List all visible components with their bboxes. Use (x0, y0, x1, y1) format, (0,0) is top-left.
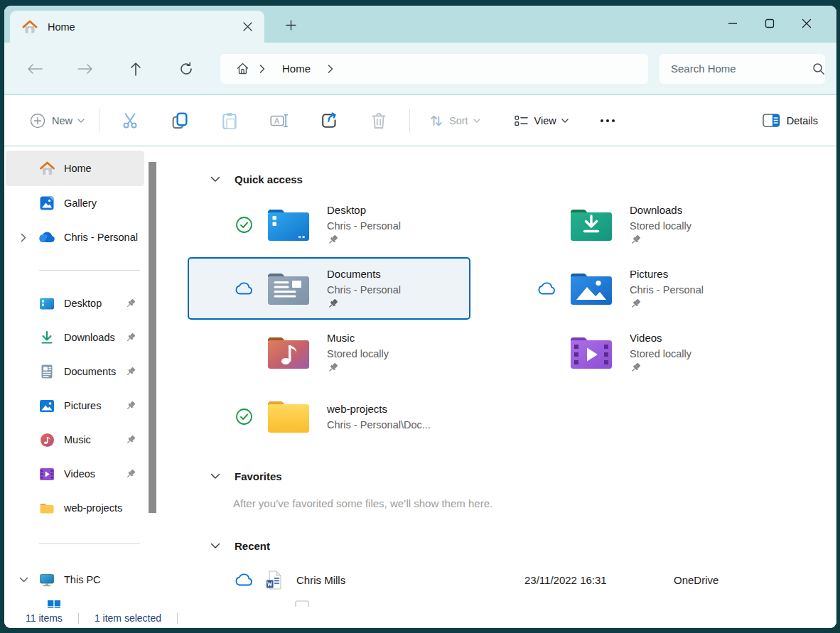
sidebar-scrollbar[interactable] (146, 146, 159, 608)
breadcrumb-home-icon[interactable] (232, 58, 254, 80)
recent-file-row-partial (294, 600, 836, 607)
tile-subtitle: Stored locally (630, 218, 691, 234)
videos-folder-icon (569, 334, 614, 371)
new-button-label: New (52, 115, 72, 126)
tile-subtitle: Stored locally (327, 346, 389, 362)
new-tab-button[interactable] (279, 13, 303, 37)
sidebar-divider (39, 270, 140, 271)
toolbar-divider (409, 109, 410, 133)
scrollbar-thumb[interactable] (149, 162, 156, 513)
status-divider (78, 613, 79, 624)
breadcrumb: Home (220, 54, 648, 84)
pin-icon (327, 298, 401, 311)
back-arrow-icon[interactable] (18, 55, 51, 83)
rename-button[interactable]: A (254, 107, 304, 135)
sidebar-item-label: Downloads (64, 332, 125, 343)
paste-button[interactable] (205, 107, 254, 135)
forward-arrow-icon[interactable] (69, 55, 102, 83)
sidebar-item-gallery[interactable]: Gallery (6, 186, 144, 220)
tile-name: web-projects (327, 401, 431, 417)
view-button-label: View (534, 115, 556, 126)
pin-icon (630, 362, 691, 375)
maximize-icon[interactable] (751, 11, 788, 36)
tile-subtitle: Chris - Personal (327, 218, 401, 234)
pin-icon (327, 362, 389, 375)
sort-button-label: Sort (449, 115, 468, 126)
tab-close-icon[interactable] (237, 17, 257, 37)
copy-button[interactable] (155, 107, 205, 135)
status-item-count: 11 items (26, 612, 63, 624)
navigation-pane: Home Gallery Chris - Personal (4, 146, 146, 608)
sidebar-item-this-pc[interactable]: This PC (6, 563, 144, 597)
sidebar-item-pictures[interactable]: Pictures (6, 389, 144, 423)
chevron-down-icon[interactable] (210, 473, 220, 480)
sort-button[interactable]: Sort (421, 107, 489, 135)
tile-name: Documents (327, 266, 401, 282)
breadcrumb-crumb-home[interactable]: Home (271, 58, 322, 80)
sidebar-item-web-projects[interactable]: web-projects (6, 491, 144, 525)
synced-status-icon (235, 408, 253, 426)
status-divider (177, 613, 178, 624)
tile-name: Videos (630, 330, 691, 346)
section-quick-access-header: Quick access (188, 171, 836, 188)
sidebar-item-onedrive[interactable]: Chris - Personal (6, 220, 144, 254)
share-button[interactable] (304, 107, 354, 135)
pin-icon (125, 435, 136, 445)
chevron-down-icon[interactable] (210, 176, 220, 183)
search-icon[interactable] (812, 63, 825, 75)
pin-icon (125, 401, 136, 411)
quickaccess-tile-pictures[interactable]: Pictures Chris - Personal (490, 257, 773, 320)
quickaccess-tile-desktop[interactable]: Desktop Chris - Personal (188, 193, 470, 256)
chevron-down-icon[interactable] (210, 543, 220, 549)
chevron-right-icon[interactable] (322, 65, 339, 73)
pin-icon (630, 298, 704, 311)
quick-access-grid: Desktop Chris - Personal Downloads (188, 193, 836, 448)
synced-status-icon (235, 216, 253, 234)
home-icon (38, 160, 55, 177)
sidebar-item-partial[interactable] (47, 597, 146, 608)
refresh-icon[interactable] (170, 55, 203, 83)
quickaccess-tile-videos[interactable]: Videos Stored locally (490, 321, 773, 384)
chevron-right-icon[interactable] (14, 233, 33, 242)
cut-button[interactable] (105, 107, 155, 135)
pin-icon (125, 367, 136, 377)
up-arrow-icon[interactable] (119, 55, 152, 83)
file-explorer-window: Home (4, 6, 836, 628)
more-options-button[interactable] (591, 107, 624, 135)
sidebar-item-label: Pictures (64, 400, 125, 411)
chevron-down-icon[interactable] (14, 577, 33, 583)
search-box (659, 54, 825, 84)
sidebar-item-documents[interactable]: Documents (6, 355, 144, 389)
quickaccess-tile-downloads[interactable]: Downloads Stored locally (490, 193, 773, 256)
sidebar-item-label: Desktop (64, 298, 125, 309)
details-button[interactable]: Details (754, 107, 826, 135)
close-icon[interactable] (788, 11, 825, 36)
pictures-folder-icon (569, 270, 614, 307)
tab-home[interactable]: Home (10, 11, 264, 43)
tab-title: Home (48, 21, 237, 33)
minimize-icon[interactable] (714, 11, 751, 36)
section-favorites-header: Favorites (188, 467, 836, 485)
quickaccess-tile-documents[interactable]: Documents Chris - Personal (188, 257, 470, 320)
tile-subtitle: Chris - Personal (630, 282, 704, 298)
view-button[interactable]: View (506, 107, 577, 135)
search-input[interactable] (671, 63, 812, 75)
chevron-down-icon (77, 119, 85, 123)
onedrive-cloud-icon (38, 229, 55, 246)
new-button[interactable]: New (21, 107, 93, 135)
recent-file-row[interactable]: Chris Mills 23/11/2022 16:31 OneDrive (188, 566, 836, 594)
documents-folder-icon (266, 270, 311, 307)
sidebar-item-desktop[interactable]: Desktop (6, 286, 144, 320)
quickaccess-tile-music[interactable]: Music Stored locally (188, 321, 470, 384)
tab-bar: Home (4, 6, 836, 43)
recent-file-location: OneDrive (674, 574, 718, 586)
section-recent-header: Recent (188, 537, 836, 554)
sidebar-item-home[interactable]: Home (6, 151, 144, 186)
word-document-icon (266, 570, 282, 590)
sidebar-item-music[interactable]: Music (6, 423, 144, 457)
delete-button[interactable] (354, 107, 404, 135)
view-list-icon (515, 115, 528, 126)
sidebar-item-videos[interactable]: Videos (6, 457, 144, 491)
quickaccess-tile-web-projects[interactable]: web-projects Chris - Personal\Doc... (188, 385, 470, 448)
sidebar-item-downloads[interactable]: Downloads (6, 320, 144, 355)
